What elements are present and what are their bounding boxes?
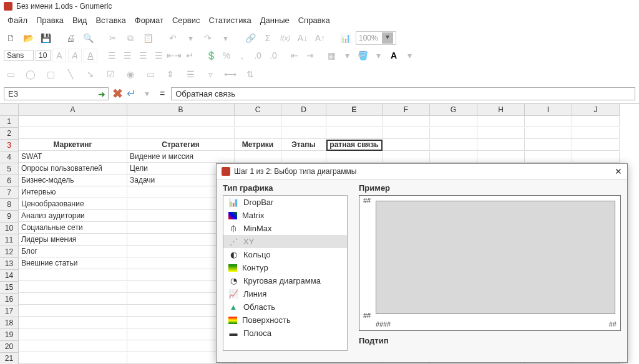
row-3[interactable]: 3 xyxy=(0,140,19,151)
col-I[interactable]: I xyxy=(525,104,572,116)
type-surface[interactable]: Поверхность xyxy=(223,314,347,327)
type-area[interactable]: ▲Область xyxy=(223,300,347,314)
spinner-icon[interactable]: ⇅ xyxy=(243,67,257,81)
undo-icon[interactable]: ↶ xyxy=(166,31,180,45)
type-pie[interactable]: ◔Круговая диаграмма xyxy=(223,274,347,287)
align-right-icon[interactable]: ☰ xyxy=(136,49,150,62)
font-color-icon[interactable]: A xyxy=(387,49,401,62)
inc-decimal-icon[interactable]: .0 xyxy=(251,49,265,62)
cell-A5[interactable]: Опросы пользователей xyxy=(19,163,127,175)
new-icon[interactable]: 🗋 xyxy=(4,31,17,45)
cell-A9[interactable]: Анализ аудитории xyxy=(19,211,127,222)
row-5[interactable]: 5 xyxy=(0,163,19,175)
cut-icon[interactable]: ✂ xyxy=(106,31,120,45)
col-A[interactable]: A xyxy=(19,104,127,116)
accept-icon[interactable]: ↵ xyxy=(127,87,136,100)
menu-help[interactable]: Справка xyxy=(295,14,334,26)
cell-B3[interactable]: Стратегия xyxy=(127,140,235,151)
select-all-corner[interactable] xyxy=(0,104,19,116)
cell-A10[interactable]: Социальные сети xyxy=(19,223,127,234)
copy-icon[interactable]: ⧉ xyxy=(124,31,137,45)
open-icon[interactable]: 📂 xyxy=(21,31,35,45)
dialog-titlebar[interactable]: Шаг 1 из 2: Выбор типа диаграммы ✕ xyxy=(217,164,627,180)
line-icon[interactable]: ╲ xyxy=(64,67,77,81)
row-2[interactable]: 2 xyxy=(0,128,19,140)
menu-data[interactable]: Данные xyxy=(256,14,293,26)
row-1[interactable]: 1 xyxy=(0,116,19,128)
row-15[interactable]: 15 xyxy=(0,282,19,294)
row-6[interactable]: 6 xyxy=(0,175,19,187)
chevron-down-icon[interactable]: ▾ xyxy=(218,31,232,45)
checkbox-icon[interactable]: ☑ xyxy=(104,67,117,81)
row-8[interactable]: 8 xyxy=(0,199,19,211)
type-dropbar[interactable]: 📊DropBar xyxy=(223,196,347,209)
cell-reference-input[interactable]: E3 ➜ xyxy=(4,87,109,100)
type-contour[interactable]: Контур xyxy=(223,261,347,274)
type-bar[interactable]: ▬Полоса xyxy=(223,327,347,340)
radio-icon[interactable]: ◉ xyxy=(124,67,137,81)
cell-A13[interactable]: Внешние статьи xyxy=(19,258,127,269)
zoom-combo[interactable]: 100% ▾ xyxy=(356,31,396,45)
print-icon[interactable]: 🖨 xyxy=(64,31,77,45)
col-C[interactable]: C xyxy=(235,104,281,116)
combo-icon[interactable]: ▿ xyxy=(203,67,217,81)
menu-tools[interactable]: Сервис xyxy=(168,14,204,26)
row-18[interactable]: 18 xyxy=(0,317,19,329)
cell[interactable] xyxy=(19,116,127,127)
italic-icon[interactable]: A xyxy=(68,49,82,62)
scroll-icon[interactable]: ⇕ xyxy=(163,67,177,81)
cell-A3[interactable]: Маркетинг xyxy=(19,140,127,151)
row-13[interactable]: 13 xyxy=(0,258,19,270)
cell-A7[interactable]: Интервью xyxy=(19,187,127,198)
close-icon[interactable]: ✕ xyxy=(615,166,622,176)
type-minmax[interactable]: ⫛MinMax xyxy=(223,222,347,235)
col-E[interactable]: E xyxy=(326,104,383,116)
cell-C3[interactable]: Метрики xyxy=(235,140,281,151)
ellipse-icon[interactable]: ◯ xyxy=(24,67,37,81)
indent-more-icon[interactable]: ⇥ xyxy=(303,49,317,62)
currency-icon[interactable]: 💲 xyxy=(204,49,218,62)
cell-E3[interactable]: ратная связь xyxy=(326,140,383,151)
chevron-down-icon[interactable]: ▾ xyxy=(183,31,197,45)
align-center-icon[interactable]: ☰ xyxy=(120,49,134,62)
cell-A6[interactable]: Бизнес-модель xyxy=(19,175,127,186)
menu-edit[interactable]: Правка xyxy=(32,14,67,26)
cell-A11[interactable]: Лидеры мнения xyxy=(19,234,127,246)
cell-B4[interactable]: Видение и миссия xyxy=(127,151,235,163)
col-H[interactable]: H xyxy=(477,104,525,116)
menu-view[interactable]: Вид xyxy=(69,14,91,26)
frame-icon[interactable]: ▢ xyxy=(44,67,57,81)
list-icon[interactable]: ☰ xyxy=(183,67,197,81)
row-4[interactable]: 4 xyxy=(0,151,19,163)
link-icon[interactable]: 🔗 xyxy=(243,31,257,45)
menu-statistics[interactable]: Статистика xyxy=(205,14,255,26)
col-D[interactable]: D xyxy=(281,104,326,116)
menu-insert[interactable]: Вставка xyxy=(92,14,129,26)
font-size-input[interactable]: 10 xyxy=(36,50,51,61)
row-19[interactable]: 19 xyxy=(0,329,19,341)
print-preview-icon[interactable]: 🔍 xyxy=(81,31,95,45)
row-11[interactable]: 11 xyxy=(0,234,19,246)
fill-color-icon[interactable]: 🪣 xyxy=(356,49,369,62)
chevron-down-icon[interactable]: ▾ xyxy=(340,49,354,62)
save-icon[interactable]: 💾 xyxy=(39,31,52,45)
slider-icon[interactable]: ⟷ xyxy=(223,67,237,81)
chevron-down-icon[interactable]: ▾ xyxy=(140,87,154,100)
row-14[interactable]: 14 xyxy=(0,270,19,282)
menu-file[interactable]: Файл xyxy=(4,14,31,26)
row-17[interactable]: 17 xyxy=(0,305,19,317)
type-xy[interactable]: ⋰XY xyxy=(223,235,347,248)
function-icon[interactable]: f(x) xyxy=(278,31,292,45)
sum-icon[interactable]: Σ xyxy=(261,31,275,45)
chart-icon[interactable]: 📊 xyxy=(338,31,352,45)
col-F[interactable]: F xyxy=(383,104,430,116)
cell-A8[interactable]: Ценообразование xyxy=(19,199,127,210)
row-20[interactable]: 20 xyxy=(0,341,19,353)
cell-A12[interactable]: Блог xyxy=(19,246,127,257)
paste-icon[interactable]: 📋 xyxy=(141,31,155,45)
indent-less-icon[interactable]: ⇤ xyxy=(288,49,301,62)
arrow-icon[interactable]: ➘ xyxy=(84,67,97,81)
row-16[interactable]: 16 xyxy=(0,294,19,305)
cell-A4[interactable]: SWAT xyxy=(19,151,127,163)
font-name-input[interactable]: Sans xyxy=(4,50,34,61)
